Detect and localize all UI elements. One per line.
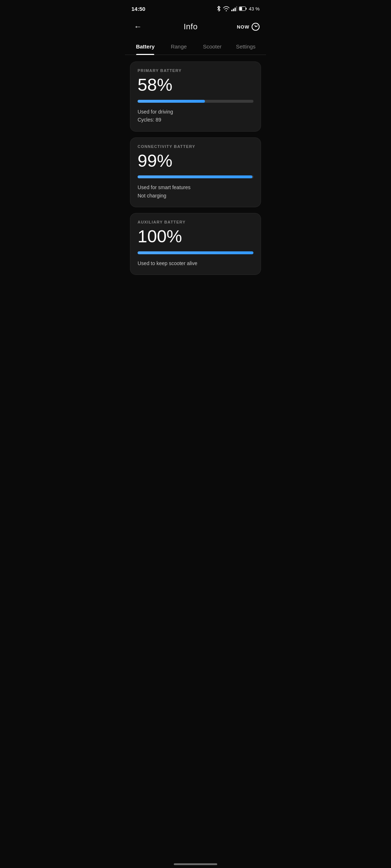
- back-arrow-icon: ←: [134, 22, 142, 31]
- primary-battery-card: PRIMARY BATTERY 58% Used for driving Cyc…: [130, 61, 261, 132]
- auxiliary-battery-info: Used to keep scooter alive: [138, 259, 253, 267]
- svg-rect-5: [246, 8, 247, 10]
- svg-rect-3: [236, 6, 237, 11]
- auxiliary-battery-progress-fill: [138, 251, 253, 254]
- svg-rect-0: [231, 10, 232, 11]
- tabs-bar: Battery Range Scooter Settings: [125, 39, 266, 55]
- primary-battery-progress-container: [138, 100, 253, 103]
- status-time: 14:50: [131, 6, 145, 12]
- connectivity-battery-progress-fill: [138, 175, 252, 178]
- status-icons: 43 %: [216, 6, 260, 12]
- auxiliary-battery-percentage: 100%: [138, 227, 253, 246]
- tab-range[interactable]: Range: [162, 39, 196, 55]
- back-button[interactable]: ←: [131, 20, 144, 33]
- primary-battery-cycles: Cycles: 89: [138, 116, 253, 124]
- tab-settings[interactable]: Settings: [229, 39, 263, 55]
- connectivity-battery-progress-container: [138, 175, 253, 178]
- primary-battery-label: PRIMARY BATTERY: [138, 68, 253, 73]
- connectivity-battery-use: Used for smart features: [138, 183, 253, 191]
- wifi-icon: [223, 6, 230, 11]
- primary-battery-progress-fill: [138, 100, 205, 103]
- connectivity-battery-percentage: 99%: [138, 152, 253, 171]
- primary-battery-percentage: 58%: [138, 76, 253, 95]
- auxiliary-battery-card: AUXILIARY BATTERY 100% Used to keep scoo…: [130, 213, 261, 275]
- now-button[interactable]: NOW: [237, 23, 260, 31]
- tab-battery[interactable]: Battery: [129, 39, 162, 55]
- device-battery-icon: [239, 7, 247, 11]
- status-bar: 14:50: [125, 0, 266, 16]
- primary-battery-info: Used for driving Cycles: 89: [138, 108, 253, 124]
- auxiliary-battery-use: Used to keep scooter alive: [138, 259, 253, 267]
- svg-rect-6: [240, 7, 242, 10]
- home-indicator: [174, 863, 217, 865]
- connectivity-battery-info: Used for smart features Not charging: [138, 183, 253, 200]
- now-label: NOW: [237, 24, 249, 30]
- auxiliary-battery-progress-container: [138, 251, 253, 254]
- header: ← Info NOW: [125, 16, 266, 39]
- connectivity-battery-charging: Not charging: [138, 192, 253, 200]
- tab-scooter[interactable]: Scooter: [196, 39, 229, 55]
- svg-rect-2: [235, 8, 236, 11]
- bluetooth-icon: [216, 6, 221, 12]
- clock-minute-hand: [256, 25, 258, 27]
- svg-rect-1: [233, 9, 234, 11]
- signal-icon: [231, 6, 237, 11]
- connectivity-battery-card: CONNECTIVITY BATTERY 99% Used for smart …: [130, 137, 261, 208]
- primary-battery-use: Used for driving: [138, 108, 253, 116]
- auxiliary-battery-label: AUXILIARY BATTERY: [138, 220, 253, 224]
- connectivity-battery-label: CONNECTIVITY BATTERY: [138, 144, 253, 149]
- battery-cards: PRIMARY BATTERY 58% Used for driving Cyc…: [125, 61, 266, 275]
- clock-icon: [252, 23, 260, 31]
- page-title: Info: [184, 22, 198, 31]
- battery-percentage: 43 %: [249, 6, 260, 12]
